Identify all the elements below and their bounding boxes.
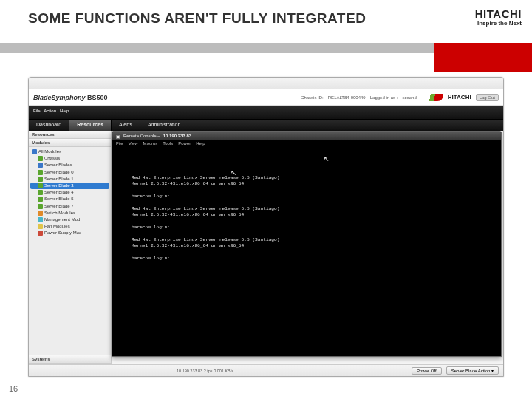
tree-fan[interactable]: Fan Modules	[30, 223, 109, 230]
tree-chassis[interactable]: Chassis	[30, 155, 109, 162]
page-number: 16	[9, 384, 18, 393]
slide-title: SOME FUNCTIONS AREN'T FULLY INTEGRATED	[0, 0, 436, 43]
product-bar: BladeSymphony BS500 Chassis ID: RE1ALT84…	[29, 89, 503, 106]
product-name: BladeSymphony BS500	[33, 94, 108, 101]
logged-in-user: second	[402, 95, 416, 100]
dark-ribbon: File Action Help	[29, 106, 503, 119]
os-titlebar	[29, 78, 503, 89]
tree-label: Fan Modules	[44, 224, 70, 229]
logged-in-label: Logged in as :	[370, 95, 398, 100]
tab-administration[interactable]: Administration	[140, 120, 188, 131]
tree-psu[interactable]: Power Supply Mod	[30, 230, 109, 236]
rc-title-ip: 10.190.233.83	[163, 134, 191, 138]
swoosh-graphic	[421, 94, 443, 101]
chassis-label: Chassis ID:	[301, 95, 324, 100]
nav-tabs: Dashboard Resources Alerts Administratio…	[29, 119, 503, 131]
menu-bar: File Action Help	[29, 106, 70, 119]
menu-file[interactable]: File	[33, 109, 41, 113]
tree-label: Server Blade 1	[44, 177, 74, 182]
tab-alerts[interactable]: Alerts	[112, 120, 140, 131]
sidebar-heading-modules: Modules	[29, 139, 111, 147]
brand-tagline: Inspire the Next	[436, 20, 522, 27]
tree-label: Server Blade 7	[44, 204, 74, 209]
hitachi-logo: HITACHI	[436, 7, 522, 20]
folder-icon	[38, 163, 43, 168]
rc-menu-file[interactable]: File	[116, 141, 123, 148]
console-icon: ▣	[116, 134, 120, 139]
remote-console-titlebar[interactable]: ▣ Remote Console – 10.190.233.83	[112, 132, 501, 140]
tree-label: Switch Modules	[44, 211, 75, 216]
server-blade-action-button[interactable]: Server Blade Action ▾	[446, 366, 499, 375]
sidebar: Resources Modules All Modules Chassis Se…	[29, 131, 112, 377]
tree-mgmt[interactable]: Management Mod	[30, 216, 109, 223]
rc-menu-view[interactable]: View	[129, 141, 138, 148]
blade-icon	[38, 170, 43, 175]
app-window: BladeSymphony BS500 Chassis ID: RE1ALT84…	[28, 77, 504, 377]
tree-label: Chassis	[44, 156, 60, 161]
mgmt-icon	[38, 217, 43, 222]
logout-button[interactable]: Log Out	[476, 94, 499, 101]
fan-icon	[38, 224, 43, 229]
rc-title-prefix: Remote Console –	[123, 134, 160, 138]
accent-strip	[0, 43, 532, 72]
rc-menu-power[interactable]: Power	[178, 141, 191, 148]
tree-label: Server Blade 5	[44, 197, 74, 202]
blade-icon	[38, 177, 43, 182]
menu-help[interactable]: Help	[60, 109, 69, 113]
remote-console-terminal[interactable]: Red Hat Enterprise Linux Server release …	[112, 149, 501, 356]
blade-icon	[38, 190, 43, 195]
tree-sb4[interactable]: Server Blade 4	[30, 189, 109, 196]
tree-server-blades[interactable]: Server Blades	[30, 162, 109, 168]
tree-sb3[interactable]: Server Blade 3	[30, 183, 109, 189]
remote-console-window: ▣ Remote Console – 10.190.233.83 File Vi…	[112, 131, 502, 357]
switch-icon	[38, 211, 43, 216]
psu-icon	[38, 231, 43, 236]
rc-menu-macros[interactable]: Macros	[143, 141, 158, 148]
tree-label: Power Supply Mod	[44, 231, 81, 236]
chassis-id: RE1ALT84-000449	[328, 95, 366, 100]
brand-block: HITACHI Inspire the Next	[436, 0, 532, 43]
rc-menu-help[interactable]: Help	[196, 141, 205, 148]
tree-sb0[interactable]: Server Blade 0	[30, 169, 109, 176]
sidebar-heading-systems: Systems	[29, 355, 111, 364]
tree-sb1[interactable]: Server Blade 1	[30, 176, 109, 183]
menu-action[interactable]: Action	[44, 109, 56, 113]
blade-icon	[38, 204, 43, 209]
blade-icon	[38, 183, 43, 188]
power-off-button[interactable]: Power Off	[412, 367, 442, 375]
folder-icon	[32, 149, 37, 154]
tree-label: Server Blade 3	[44, 183, 74, 188]
tree-label: All Modules	[38, 149, 61, 154]
tree-sb5[interactable]: Server Blade 5	[30, 196, 109, 202]
chassis-icon	[38, 156, 43, 161]
connection-status: 10.190.233.83 2 fps 0.001 KB/s	[177, 369, 233, 373]
module-tree: All Modules Chassis Server Blades Server…	[29, 147, 111, 355]
tab-resources[interactable]: Resources	[69, 120, 112, 131]
tree-label: Server Blades	[44, 163, 72, 168]
tree-sb7[interactable]: Server Blade 7	[30, 203, 109, 210]
main-pane: Refresh Action ▾ ▣ Remote Console – 10.1…	[112, 131, 503, 377]
hitachi-mini-logo: HITACHI	[448, 94, 471, 100]
product-prefix: BladeSymphony	[33, 94, 87, 101]
tree-label: Management Mod	[44, 217, 80, 222]
tree-all-modules[interactable]: All Modules	[30, 149, 109, 155]
tree-label: Server Blade 4	[44, 190, 74, 195]
remote-console-menubar: File View Macros Tools Power Help	[112, 140, 501, 149]
blade-icon	[38, 197, 43, 202]
product-model: BS500	[87, 94, 108, 101]
rc-menu-tools[interactable]: Tools	[163, 141, 173, 148]
tree-label: Server Blade 0	[44, 170, 74, 175]
tree-switch[interactable]: Switch Modules	[30, 210, 109, 216]
tab-dashboard[interactable]: Dashboard	[29, 120, 69, 131]
window-footer: 10.190.233.83 2 fps 0.001 KB/s Power Off…	[29, 364, 503, 376]
sidebar-heading-resources: Resources	[29, 131, 111, 139]
